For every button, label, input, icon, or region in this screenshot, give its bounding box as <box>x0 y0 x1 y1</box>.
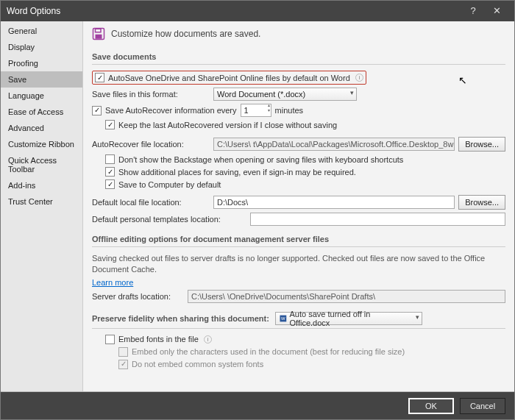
browse-label: Browse... <box>465 140 499 149</box>
embed-label: Embed fonts in the file <box>118 335 199 344</box>
format-label: Save files in this format: <box>92 90 210 99</box>
sidebar-item-trust-center[interactable]: Trust Center <box>1 193 82 210</box>
ok-label: OK <box>425 402 437 410</box>
cancel-button[interactable]: Cancel <box>460 398 505 414</box>
sidebar-item-label: Advanced <box>8 124 44 132</box>
default-loc-value: D:\Docs\ <box>217 198 248 207</box>
savecomp-row: Save to Computer by default <box>105 178 505 191</box>
autosave-row: AutoSave OneDrive and SharePoint Online … <box>92 69 505 86</box>
autorecover-row: Save AutoRecover information every 1 min… <box>92 102 505 118</box>
sidebar-item-label: Save <box>8 75 26 84</box>
ar-loc-textbox[interactable]: C:\Users\ t\AppData\Local\Packages\Micro… <box>213 138 455 151</box>
preserve-doc-value: Auto save turned off in Office.docx <box>290 310 410 327</box>
backstage-checkbox[interactable] <box>105 154 115 164</box>
format-value: Word Document (*.docx) <box>217 90 305 99</box>
autorecover-checkbox[interactable] <box>92 106 102 115</box>
svg-text:W: W <box>281 316 285 321</box>
sidebar-item-label: Ease of Access <box>8 107 63 116</box>
page-title: Customize how documents are saved. <box>111 29 260 39</box>
embed-only-row: Embed only the characters used in the do… <box>118 346 505 358</box>
ok-button[interactable]: OK <box>408 398 454 414</box>
embed-checkbox[interactable] <box>105 335 115 344</box>
sidebar: General Display Proofing Save Language E… <box>1 21 83 391</box>
tmpl-row: Default personal templates location: <box>92 211 505 227</box>
page-header: Customize how documents are saved. <box>92 27 505 40</box>
sidebar-item-customize-ribbon[interactable]: Customize Ribbon <box>1 136 82 152</box>
embed-only-label: Embed only the characters used in the do… <box>132 347 405 356</box>
format-row: Save files in this format: Word Document… <box>92 86 505 102</box>
default-loc-row: Default local file location: D:\Docs\ Br… <box>92 193 505 211</box>
ar-loc-value: C:\Users\ t\AppData\Local\Packages\Micro… <box>217 140 455 149</box>
section-offline: Offline editing options for document man… <box>92 230 505 245</box>
sidebar-item-save[interactable]: Save <box>1 71 82 88</box>
ar-loc-browse-button[interactable]: Browse... <box>458 137 505 152</box>
preserve-label: Preserve fidelity when sharing this docu… <box>92 314 269 323</box>
default-loc-label: Default local file location: <box>92 198 210 207</box>
drafts-value: C:\Users\ \OneDrive\Documents\SharePoint… <box>191 292 375 301</box>
autorecover-minutes-spinner[interactable]: 1 <box>241 104 271 117</box>
autosave-highlight: AutoSave OneDrive and SharePoint Online … <box>92 71 366 85</box>
embed-row: Embed fonts in the file i <box>105 333 505 346</box>
sidebar-item-label: Trust Center <box>8 197 53 206</box>
drafts-textbox[interactable]: C:\Users\ \OneDrive\Documents\SharePoint… <box>188 290 505 303</box>
titlebar: Word Options ? ✕ <box>1 1 514 21</box>
default-loc-textbox[interactable]: D:\Docs\ <box>213 196 455 209</box>
cancel-label: Cancel <box>470 402 495 410</box>
info-icon[interactable]: i <box>355 74 363 82</box>
addplaces-row: Show additional places for saving, even … <box>105 165 505 178</box>
footer: OK Cancel <box>1 391 514 419</box>
drafts-row: Server drafts location: C:\Users\ \OneDr… <box>92 288 505 305</box>
body: General Display Proofing Save Language E… <box>1 21 514 391</box>
section-save-documents: Save documents <box>92 48 505 63</box>
word-doc-icon: W <box>279 314 288 323</box>
sidebar-item-display[interactable]: Display <box>1 39 82 55</box>
sidebar-item-label: Quick Access Toolbar <box>8 156 57 174</box>
sidebar-item-general[interactable]: General <box>1 23 82 39</box>
sidebar-item-label: Add-ins <box>8 181 35 190</box>
drafts-label: Server drafts location: <box>92 292 184 301</box>
learn-more-row: Learn more <box>92 277 505 288</box>
section-preserve: Preserve fidelity when sharing this docu… <box>92 307 505 327</box>
sidebar-item-ease-of-access[interactable]: Ease of Access <box>1 104 82 120</box>
divider <box>92 64 505 65</box>
divider <box>92 328 505 329</box>
savecomp-label: Save to Computer by default <box>118 180 221 189</box>
backstage-row: Don't show the Backstage when opening or… <box>105 153 505 165</box>
close-button[interactable]: ✕ <box>485 1 508 21</box>
autosave-checkbox[interactable] <box>95 73 104 82</box>
word-options-window: Word Options ? ✕ General Display Proofin… <box>0 0 515 420</box>
preserve-doc-dropdown[interactable]: W Auto save turned off in Office.docx <box>275 312 422 325</box>
backstage-label: Don't show the Backstage when opening or… <box>118 155 403 164</box>
autorecover-label: Save AutoRecover information every <box>105 106 237 115</box>
autosave-label: AutoSave OneDrive and SharePoint Online … <box>108 74 350 82</box>
divider <box>92 246 505 247</box>
svg-rect-2 <box>96 35 102 39</box>
window-title: Word Options <box>7 6 461 16</box>
format-dropdown[interactable]: Word Document (*.docx) <box>213 88 357 101</box>
offline-desc: Saving checked out files to server draft… <box>92 252 505 277</box>
savecomp-checkbox[interactable] <box>105 179 115 189</box>
sidebar-item-language[interactable]: Language <box>1 88 82 104</box>
tmpl-textbox[interactable] <box>250 213 505 226</box>
sidebar-item-add-ins[interactable]: Add-ins <box>1 177 82 193</box>
keeplast-label: Keep the last AutoRecovered version if I… <box>118 121 337 129</box>
keeplast-checkbox[interactable] <box>105 120 115 129</box>
info-icon[interactable]: i <box>204 335 212 344</box>
learn-more-link[interactable]: Learn more <box>92 278 133 287</box>
embed-only-checkbox <box>118 347 128 357</box>
sidebar-item-quick-access-toolbar[interactable]: Quick Access Toolbar <box>1 152 82 177</box>
minutes-label: minutes <box>275 106 304 115</box>
sidebar-item-label: Customize Ribbon <box>8 140 74 149</box>
help-button[interactable]: ? <box>461 1 485 21</box>
keeplast-row: Keep the last AutoRecovered version if I… <box>105 118 505 131</box>
addplaces-label: Show additional places for saving, even … <box>118 168 356 177</box>
nocommon-label: Do not embed common system fonts <box>132 360 263 369</box>
sidebar-item-proofing[interactable]: Proofing <box>1 55 82 71</box>
addplaces-checkbox[interactable] <box>105 167 115 177</box>
autorecover-value: 1 <box>244 106 249 115</box>
default-loc-browse-button[interactable]: Browse... <box>458 195 505 210</box>
sidebar-item-advanced[interactable]: Advanced <box>1 120 82 136</box>
svg-rect-1 <box>96 29 102 32</box>
ar-loc-label: AutoRecover file location: <box>92 140 210 149</box>
sidebar-item-label: Proofing <box>8 59 38 68</box>
